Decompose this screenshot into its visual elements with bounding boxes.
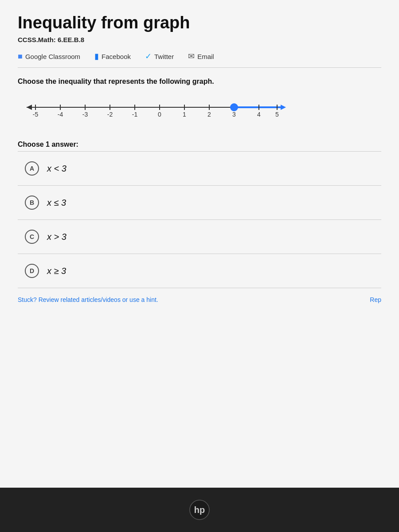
svg-marker-3 (281, 105, 286, 110)
share-email[interactable]: ✉ Email (188, 51, 214, 61)
option-d-circle: D (25, 264, 39, 278)
share-google-label: Google Classroom (25, 53, 80, 60)
option-b[interactable]: B x ≤ 3 (18, 186, 381, 220)
share-facebook-label: Facebook (102, 53, 131, 60)
svg-text:4: 4 (257, 111, 261, 118)
hint-bar: Stuck? Review related articles/videos or… (18, 288, 381, 308)
share-google[interactable]: ■ Google Classroom (18, 52, 80, 61)
share-facebook[interactable]: ▮ Facebook (94, 51, 131, 61)
hint-link[interactable]: Stuck? Review related articles/videos or… (18, 296, 158, 303)
email-icon: ✉ (188, 51, 195, 61)
standard-label: CCSS.Math: 6.EE.B.8 (18, 36, 381, 43)
choose-answer-label: Choose 1 answer: (18, 141, 381, 149)
hp-logo: hp (189, 499, 210, 520)
svg-text:0: 0 (158, 111, 161, 118)
twitter-icon: ✓ (145, 51, 152, 61)
svg-text:5: 5 (275, 111, 279, 118)
share-twitter-label: Twitter (154, 53, 174, 60)
svg-text:hp: hp (194, 505, 205, 515)
option-a[interactable]: A x < 3 (18, 152, 381, 186)
svg-text:3: 3 (232, 111, 236, 118)
svg-text:-3: -3 (82, 111, 88, 118)
svg-point-21 (231, 104, 238, 111)
share-twitter[interactable]: ✓ Twitter (145, 51, 174, 61)
option-c-text: x > 3 (47, 232, 66, 242)
report-link[interactable]: Rep (370, 296, 381, 303)
google-classroom-icon: ■ (18, 52, 23, 61)
svg-text:1: 1 (183, 111, 186, 118)
share-bar: ■ Google Classroom ▮ Facebook ✓ Twitter … (18, 51, 381, 68)
bottom-bar: hp (0, 488, 399, 532)
facebook-icon: ▮ (94, 51, 99, 61)
answer-options: A x < 3 B x ≤ 3 C x > 3 D x ≥ 3 (18, 152, 381, 288)
share-email-label: Email (197, 53, 214, 60)
svg-text:-5: -5 (33, 111, 39, 118)
svg-text:-1: -1 (132, 111, 138, 118)
option-c-circle: C (25, 230, 39, 244)
number-line-container: -5 -4 -3 -2 -1 0 1 2 3 (22, 96, 381, 127)
instruction-text: Choose the inequality that represents th… (18, 78, 381, 86)
option-c[interactable]: C x > 3 (18, 220, 381, 254)
option-b-circle: B (25, 196, 39, 210)
option-d[interactable]: D x ≥ 3 (18, 254, 381, 288)
option-a-text: x < 3 (47, 164, 66, 174)
option-a-circle: A (25, 161, 39, 176)
svg-text:-4: -4 (58, 111, 63, 118)
svg-text:2: 2 (207, 111, 211, 118)
svg-marker-2 (27, 105, 32, 110)
page-title: Inequality from graph (18, 13, 381, 32)
number-line-svg: -5 -4 -3 -2 -1 0 1 2 3 (22, 96, 297, 123)
option-b-text: x ≤ 3 (47, 198, 66, 208)
svg-text:-2: -2 (107, 111, 113, 118)
option-d-text: x ≥ 3 (47, 266, 66, 276)
